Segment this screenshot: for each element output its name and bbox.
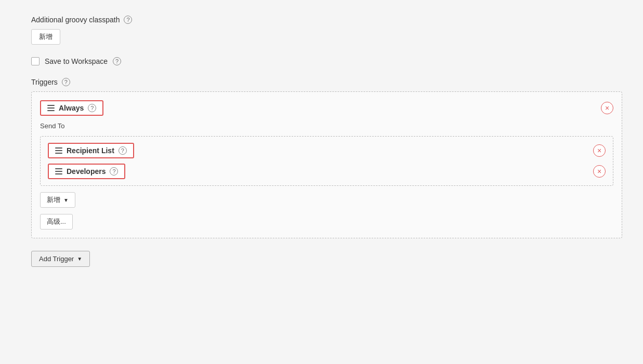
classpath-label: Additional groovy classpath [31,16,120,24]
add-trigger-button[interactable]: Add Trigger ▼ [31,251,90,267]
classpath-help-icon[interactable]: ? [124,16,132,24]
trigger-container: Always ? × Send To Recipient List ? [31,91,622,238]
recipient-list-label: Recipient List [67,146,114,155]
triggers-section: Triggers ? Always ? × Send To [31,78,622,238]
always-trigger-box[interactable]: Always ? [40,100,103,116]
developers-row: Developers ? × [48,164,606,179]
always-help-icon[interactable]: ? [88,104,96,112]
developers-close-button[interactable]: × [593,165,606,178]
save-to-workspace-label: Save to Workspace [45,57,108,65]
recipient-list-row: Recipient List ? × [48,143,606,158]
send-to-new-arrow: ▼ [63,197,69,203]
trigger-header: Always ? × [40,100,613,116]
triggers-help-icon[interactable]: ? [62,78,70,86]
classpath-label-row: Additional groovy classpath ? [31,16,622,24]
developers-box[interactable]: Developers ? [48,164,125,179]
send-to-label: Send To [40,122,613,130]
add-trigger-arrow: ▼ [77,256,82,262]
add-trigger-label: Add Trigger [39,255,74,263]
hamburger-icon [47,105,55,111]
triggers-label: Triggers [31,78,58,86]
recipient-list-hamburger [55,147,62,154]
classpath-section: Additional groovy classpath ? 新增 [31,16,622,45]
page-container: Additional groovy classpath ? 新增 Save to… [0,0,643,364]
triggers-label-row: Triggers ? [31,78,622,86]
recipients-container: Recipient List ? × Developers ? × [40,136,613,186]
advanced-label: 高级... [47,217,66,226]
classpath-add-button[interactable]: 新增 [31,29,60,45]
developers-label: Developers [67,167,106,176]
send-to-new-label: 新增 [47,195,60,205]
developers-hamburger [55,168,62,174]
recipient-list-help-icon[interactable]: ? [119,146,127,155]
always-trigger-label: Always [59,104,84,112]
recipient-list-box[interactable]: Recipient List ? [48,143,134,158]
save-to-workspace-checkbox[interactable] [31,57,40,65]
recipient-list-close-button[interactable]: × [593,144,606,157]
always-close-button[interactable]: × [601,102,613,114]
save-to-workspace-help-icon[interactable]: ? [113,57,121,65]
save-to-workspace-row: Save to Workspace ? [31,57,622,65]
send-to-new-button[interactable]: 新增 ▼ [40,192,75,208]
advanced-button[interactable]: 高级... [40,214,73,230]
developers-help-icon[interactable]: ? [110,167,118,176]
